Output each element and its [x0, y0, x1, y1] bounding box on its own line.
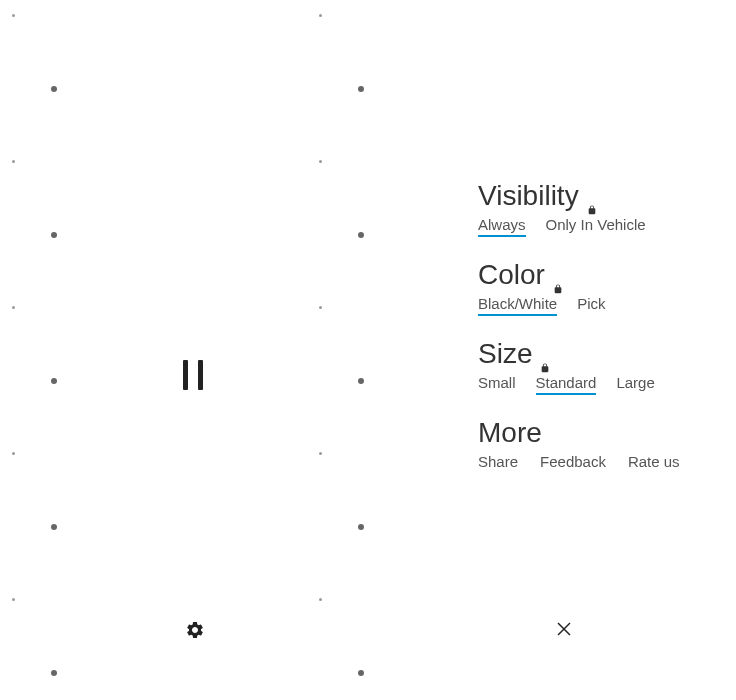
color-option[interactable]: Pick [577, 295, 605, 316]
settings-panel: Visibility AlwaysOnly In Vehicle Color B… [478, 180, 718, 494]
size-option[interactable]: Standard [536, 374, 597, 395]
grid-dot [51, 232, 57, 238]
grid-dot [51, 670, 57, 676]
color-option[interactable]: Black/White [478, 295, 557, 316]
grid-dot [12, 452, 15, 455]
grid-dot [12, 598, 15, 601]
grid-dot [12, 14, 15, 17]
visibility-options: AlwaysOnly In Vehicle [478, 216, 718, 237]
visibility-option[interactable]: Only In Vehicle [546, 216, 646, 237]
close-icon[interactable] [555, 620, 573, 638]
more-item[interactable]: Feedback [540, 453, 606, 472]
lock-icon [587, 190, 597, 202]
dot-grid [0, 0, 370, 700]
pause-icon[interactable] [183, 360, 203, 390]
grid-dot [319, 452, 322, 455]
size-title: Size [478, 338, 532, 370]
more-title: More [478, 417, 542, 449]
grid-dot [358, 670, 364, 676]
visibility-section: Visibility AlwaysOnly In Vehicle [478, 180, 718, 237]
grid-dot [51, 524, 57, 530]
visibility-option[interactable]: Always [478, 216, 526, 237]
size-options: SmallStandardLarge [478, 374, 718, 395]
color-options: Black/WhitePick [478, 295, 718, 316]
color-section: Color Black/WhitePick [478, 259, 718, 316]
size-option[interactable]: Large [616, 374, 654, 395]
color-title: Color [478, 259, 545, 291]
size-section: Size SmallStandardLarge [478, 338, 718, 395]
pause-bar [198, 360, 203, 390]
grid-dot [319, 306, 322, 309]
lock-icon [553, 269, 563, 281]
more-heading: More [478, 417, 718, 449]
pause-bar [183, 360, 188, 390]
grid-dot [319, 160, 322, 163]
grid-dot [319, 598, 322, 601]
grid-dot [358, 232, 364, 238]
more-item[interactable]: Rate us [628, 453, 680, 472]
more-item[interactable]: Share [478, 453, 518, 472]
grid-dot [358, 378, 364, 384]
more-items: ShareFeedbackRate us [478, 453, 718, 472]
visibility-title: Visibility [478, 180, 579, 212]
grid-dot [358, 86, 364, 92]
size-heading: Size [478, 338, 718, 370]
grid-dot [12, 306, 15, 309]
color-heading: Color [478, 259, 718, 291]
grid-dot [51, 86, 57, 92]
visibility-heading: Visibility [478, 180, 718, 212]
grid-dot [358, 524, 364, 530]
more-section: More ShareFeedbackRate us [478, 417, 718, 472]
grid-dot [51, 378, 57, 384]
grid-dot [319, 14, 322, 17]
grid-dot [12, 160, 15, 163]
lock-icon [540, 348, 550, 360]
size-option[interactable]: Small [478, 374, 516, 395]
gear-icon[interactable] [185, 620, 205, 640]
